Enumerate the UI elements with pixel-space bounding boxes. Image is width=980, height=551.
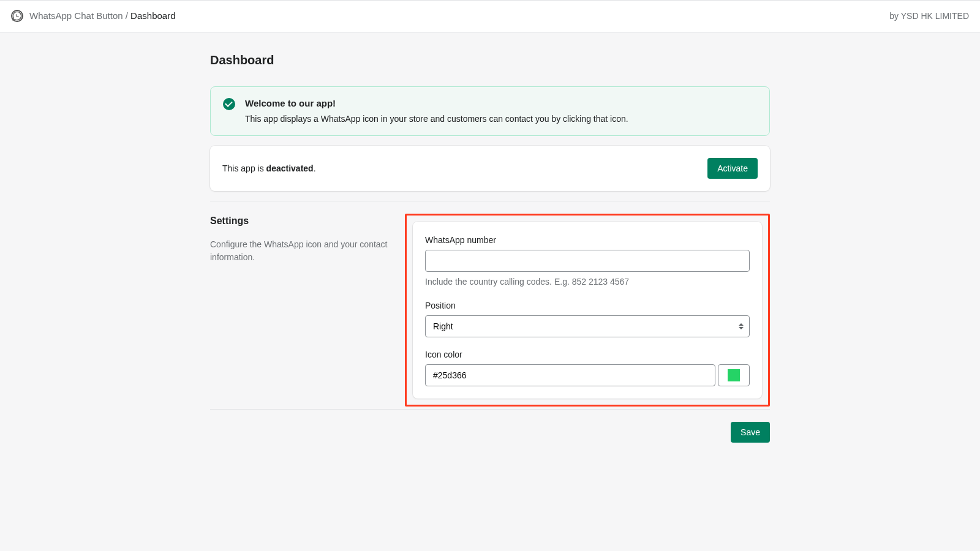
breadcrumb-sep: / [123,10,131,21]
status-row: This app is deactivated. Activate [222,158,758,179]
checkmark-icon [223,98,235,110]
number-help: Include the country calling codes. E.g. … [425,276,750,288]
settings-desc: Configure the WhatsApp icon and your con… [210,238,393,264]
save-button[interactable]: Save [731,422,770,443]
whatsapp-number-input[interactable] [425,250,750,272]
banner-title: Welcome to our app! [245,97,628,111]
banner-body: This app displays a WhatsApp icon in you… [245,113,628,126]
color-label: Icon color [425,348,750,361]
breadcrumb: WhatsApp Chat Button / Dashboard [29,9,176,23]
position-select-wrap: Right [425,315,750,337]
position-select[interactable]: Right [425,315,750,337]
page-title: Dashboard [210,51,770,69]
color-swatch-button[interactable] [718,364,750,386]
color-swatch-icon [728,369,740,381]
breadcrumb-current: Dashboard [130,10,175,21]
status-card: This app is deactivated. Activate [210,146,770,191]
welcome-banner: Welcome to our app! This app displays a … [210,86,770,137]
banner-content: Welcome to our app! This app displays a … [245,97,628,126]
topbar-left: WhatsApp Chat Button / Dashboard [11,9,176,23]
settings-card: WhatsApp number Include the country call… [413,222,762,399]
status-suffix: . [314,163,316,173]
form-group-position: Position Right [425,299,750,337]
highlight-box: WhatsApp number Include the country call… [405,214,770,407]
activate-button[interactable]: Activate [707,158,758,179]
save-row: Save [210,409,770,443]
settings-title: Settings [210,214,393,228]
settings-section: Settings Configure the WhatsApp icon and… [210,201,770,407]
main-container: Dashboard Welcome to our app! This app d… [210,32,770,462]
form-group-color: Icon color [425,348,750,386]
by-line: by YSD HK LIMITED [889,10,969,23]
status-text: This app is deactivated. [222,162,316,175]
status-prefix: This app is [222,163,266,173]
settings-left: Settings Configure the WhatsApp icon and… [210,214,393,407]
settings-right: WhatsApp number Include the country call… [405,214,770,407]
icon-color-input[interactable] [425,364,715,386]
breadcrumb-app[interactable]: WhatsApp Chat Button [29,10,123,21]
whatsapp-icon [11,10,23,22]
number-label: WhatsApp number [425,234,750,247]
position-label: Position [425,299,750,312]
status-state: deactivated [266,163,314,173]
topbar: WhatsApp Chat Button / Dashboard by YSD … [0,0,980,32]
form-group-number: WhatsApp number Include the country call… [425,234,750,288]
color-row [425,364,750,386]
